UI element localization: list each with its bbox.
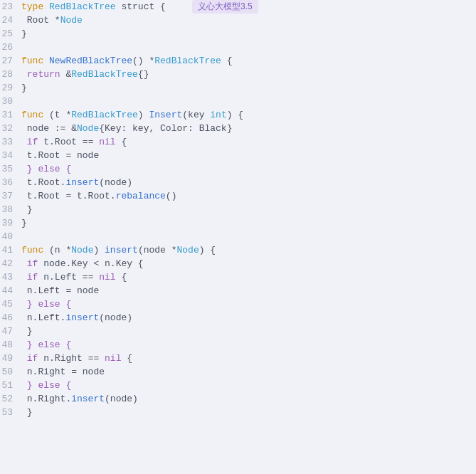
table-row: 32 node := &Node{Key: key, Color: Black} <box>0 122 476 135</box>
punctuation-token: ) { <box>227 110 243 120</box>
line-content <box>21 95 27 108</box>
kw-nil-token: nil <box>99 137 115 147</box>
line-number: 38 <box>0 203 21 216</box>
line-number: 24 <box>0 14 21 27</box>
line-content: } <box>21 325 33 338</box>
line-content: n.Right = node <box>21 365 105 379</box>
table-row: 26 <box>0 41 476 54</box>
table-row: 24 Root *Node <box>0 14 476 27</box>
table-row: 51 } else { <box>0 379 476 392</box>
line-content: t.Root.insert(node) <box>21 176 132 189</box>
line-number: 37 <box>0 189 21 203</box>
punctuation-token: {Key: key, Color: Black} <box>99 123 232 134</box>
table-row: 29} <box>0 81 476 95</box>
table-row: 39} <box>0 216 476 230</box>
line-number: 36 <box>0 176 21 189</box>
punctuation-token: n.Left == <box>38 272 99 283</box>
go-keyword-token: func <box>21 245 43 256</box>
table-row: 44 n.Left = node <box>0 284 476 297</box>
table-row: 40 <box>0 230 476 243</box>
line-content: t.Root = node <box>21 149 99 162</box>
punctuation-token <box>21 258 27 269</box>
tooltip-badge: 义心大模型3.5 <box>192 0 258 14</box>
line-number: 31 <box>0 108 21 122</box>
table-row: 38 } <box>0 203 476 216</box>
line-number: 29 <box>0 81 21 95</box>
kw-if-token: if <box>27 137 38 147</box>
punctuation-token: (node) <box>99 312 132 323</box>
punctuation-token: n.Left = node <box>21 285 99 296</box>
line-number: 32 <box>0 122 21 135</box>
punctuation-token: struct { <box>116 1 166 12</box>
line-number: 49 <box>0 352 21 365</box>
punctuation-token: } <box>21 204 33 215</box>
type-name-token: RedBlackTree <box>71 110 138 120</box>
punctuation-token: t.Root = node <box>21 150 99 161</box>
table-row: 30 <box>0 95 476 108</box>
punctuation-token: } <box>21 407 33 418</box>
punctuation-token <box>21 69 27 80</box>
punctuation-token: n.Right = node <box>21 367 105 377</box>
line-content: return &RedBlackTree{} <box>21 68 149 81</box>
go-keyword-token: func <box>21 56 49 66</box>
kw-type-token: type <box>21 1 49 12</box>
line-number: 53 <box>0 406 21 419</box>
line-number: 51 <box>0 379 21 392</box>
kw-if-token: if <box>27 272 38 283</box>
punctuation-token: } <box>21 83 27 93</box>
line-content: t.Root = t.Root.rebalance() <box>21 189 176 203</box>
punctuation-token <box>21 339 27 350</box>
punctuation-token: (t * <box>43 110 71 120</box>
punctuation-token: (node * <box>138 245 177 256</box>
type-name-token: RedBlackTree <box>49 1 116 12</box>
punctuation-token: (node) <box>99 177 132 188</box>
line-number: 34 <box>0 149 21 162</box>
punctuation-token: {} <box>138 69 149 80</box>
type-name-token: int <box>210 110 226 120</box>
line-content: } <box>21 406 33 419</box>
func-name-token: NewRedBlackTree <box>49 56 132 66</box>
punctuation-token: ) { <box>199 245 216 256</box>
line-number: 42 <box>0 257 21 270</box>
punctuation-token: (node) <box>105 394 138 404</box>
method-token: insert <box>71 394 105 404</box>
kw-else-token: } else { <box>27 339 71 350</box>
punctuation-token: { <box>221 56 233 66</box>
line-content: } <box>21 81 27 95</box>
punctuation-token: () <box>166 191 177 201</box>
go-keyword-token: func <box>21 110 43 120</box>
table-row: 35 } else { <box>0 162 476 176</box>
punctuation-token: ) <box>93 245 105 256</box>
line-number: 41 <box>0 243 21 257</box>
table-row: 47 } <box>0 325 476 338</box>
line-content: } <box>21 216 27 230</box>
line-content: if t.Root == nil { <box>21 135 127 149</box>
table-row: 49 if n.Right == nil { <box>0 352 476 365</box>
line-content: n.Left.insert(node) <box>21 311 132 325</box>
line-content <box>21 230 27 243</box>
line-number: 40 <box>0 230 21 243</box>
punctuation-token: { <box>116 272 127 283</box>
line-number: 33 <box>0 135 21 149</box>
type-name-token: Node <box>77 123 99 134</box>
line-content: } else { <box>21 162 71 176</box>
type-name-token: RedBlackTree <box>154 56 221 66</box>
punctuation-token: t.Root. <box>21 177 65 188</box>
punctuation-token: n.Left. <box>21 312 65 323</box>
punctuation-token: * <box>55 15 60 26</box>
kw-nil-token: nil <box>99 272 115 283</box>
punctuation-token: n.Right. <box>21 394 71 404</box>
line-content: func (t *RedBlackTree) Insert(key int) { <box>21 108 243 122</box>
line-content: func (n *Node) insert(node *Node) { <box>21 243 216 257</box>
punctuation-token <box>21 380 27 391</box>
func-name-token: insert <box>105 245 138 256</box>
method-token: insert <box>65 177 99 188</box>
method-token: insert <box>65 312 99 323</box>
punctuation-token <box>21 353 27 364</box>
punctuation-token: & <box>60 69 72 80</box>
line-number: 46 <box>0 311 21 325</box>
line-content: Root *Node <box>21 14 83 27</box>
punctuation-token: t.Root == <box>38 137 99 147</box>
line-content: if n.Right == nil { <box>21 352 132 365</box>
punctuation-token: node.Key < n.Key { <box>38 258 143 269</box>
